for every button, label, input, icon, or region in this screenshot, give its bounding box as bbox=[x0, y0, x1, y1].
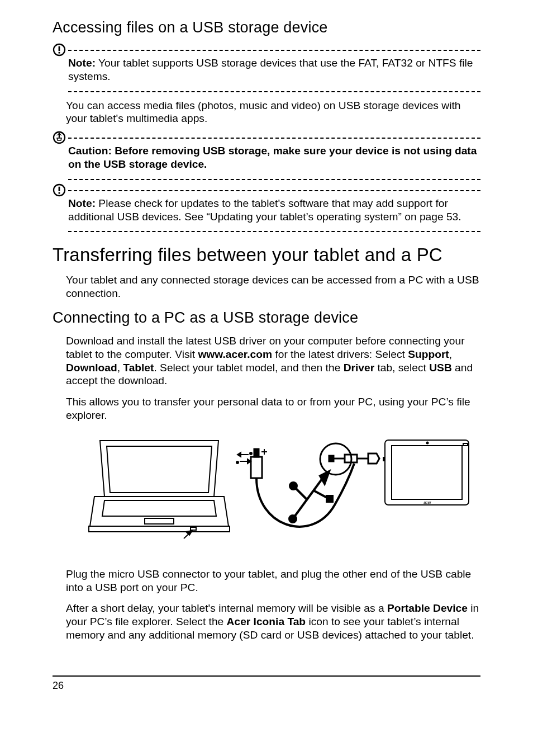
svg-rect-38 bbox=[383, 457, 385, 461]
heading-accessing-usb: Accessing files on a USB storage device bbox=[53, 19, 480, 36]
text-download: Download bbox=[66, 362, 117, 374]
svg-rect-33 bbox=[392, 446, 462, 499]
svg-rect-2 bbox=[59, 52, 60, 54]
svg-line-26 bbox=[293, 477, 323, 519]
note2-divider-top bbox=[53, 186, 480, 191]
caution-remove-usb: Caution: Before removing USB storage, ma… bbox=[53, 142, 480, 176]
svg-rect-1 bbox=[59, 46, 60, 51]
text-driver: Driver bbox=[344, 362, 374, 374]
svg-text:acer: acer bbox=[423, 500, 431, 504]
heading-transferring-files: Transferring files between your tablet a… bbox=[53, 244, 480, 266]
paragraph-after-delay: After a short delay, your tablet's inter… bbox=[53, 602, 480, 641]
text: . Select your tablet model, and then the bbox=[154, 362, 343, 374]
paragraph-access: You can access media files (photos, musi… bbox=[53, 99, 480, 126]
note-divider-bottom bbox=[68, 91, 480, 92]
text: After a short delay, your tablet's inter… bbox=[66, 602, 387, 614]
svg-rect-7 bbox=[59, 192, 60, 194]
text: tab, select bbox=[374, 362, 429, 374]
text-usb: USB bbox=[429, 362, 452, 374]
figure-usb-connection: acer bbox=[53, 432, 480, 555]
caution-text: Caution: Before removing USB storage, ma… bbox=[68, 145, 477, 170]
svg-rect-9 bbox=[191, 527, 196, 530]
svg-rect-6 bbox=[59, 187, 60, 191]
svg-marker-19 bbox=[237, 452, 241, 457]
svg-rect-35 bbox=[463, 443, 468, 446]
paragraph-transfer-intro: Your tablet and any connected storage de… bbox=[53, 273, 480, 300]
text: , bbox=[449, 348, 452, 360]
svg-rect-18 bbox=[329, 456, 334, 461]
svg-point-20 bbox=[250, 452, 252, 455]
svg-point-22 bbox=[236, 461, 239, 464]
svg-rect-12 bbox=[251, 457, 262, 478]
text-support: Support bbox=[408, 348, 449, 360]
paragraph-plug: Plug the micro USB connector to your tab… bbox=[53, 568, 480, 594]
svg-rect-13 bbox=[254, 449, 259, 457]
svg-rect-4 bbox=[59, 134, 60, 138]
note-label: Note: bbox=[68, 57, 96, 69]
paragraph-transfer-data: This allows you to transfer your persona… bbox=[53, 395, 480, 422]
svg-rect-31 bbox=[327, 496, 332, 502]
text: for the latest drivers: Select bbox=[272, 348, 408, 360]
page-footer: 26 bbox=[53, 675, 480, 692]
svg-line-28 bbox=[296, 488, 307, 499]
svg-marker-27 bbox=[320, 471, 329, 484]
heading-connecting-pc: Connecting to a PC as a USB storage devi… bbox=[53, 309, 480, 327]
caution-divider-top bbox=[53, 133, 480, 139]
text-url: www.acer.com bbox=[198, 348, 272, 360]
note-text: Please check for updates to the tablet's… bbox=[68, 197, 461, 223]
svg-point-29 bbox=[290, 483, 297, 489]
note-fat-filesystems: Note: Your tablet supports USB storage d… bbox=[53, 54, 480, 88]
paragraph-download-driver: Download and install the latest USB driv… bbox=[53, 334, 480, 388]
note-updates: Note: Please check for updates to the ta… bbox=[53, 195, 480, 228]
text-tablet: Tablet bbox=[123, 362, 154, 374]
svg-marker-11 bbox=[186, 531, 192, 535]
text: , bbox=[117, 362, 123, 374]
note-label: Note: bbox=[68, 197, 96, 209]
caution-divider-bottom bbox=[68, 179, 480, 180]
page-number: 26 bbox=[53, 677, 480, 692]
svg-point-34 bbox=[427, 442, 429, 443]
note2-divider-bottom bbox=[68, 231, 480, 232]
text-portable-device: Portable Device bbox=[387, 602, 468, 614]
svg-rect-32 bbox=[385, 440, 469, 505]
note-divider-top bbox=[53, 45, 480, 51]
note-text: Your tablet supports USB storage devices… bbox=[68, 57, 473, 82]
svg-rect-8 bbox=[145, 518, 174, 524]
text-acer-iconia: Acer Iconia Tab bbox=[227, 616, 306, 627]
